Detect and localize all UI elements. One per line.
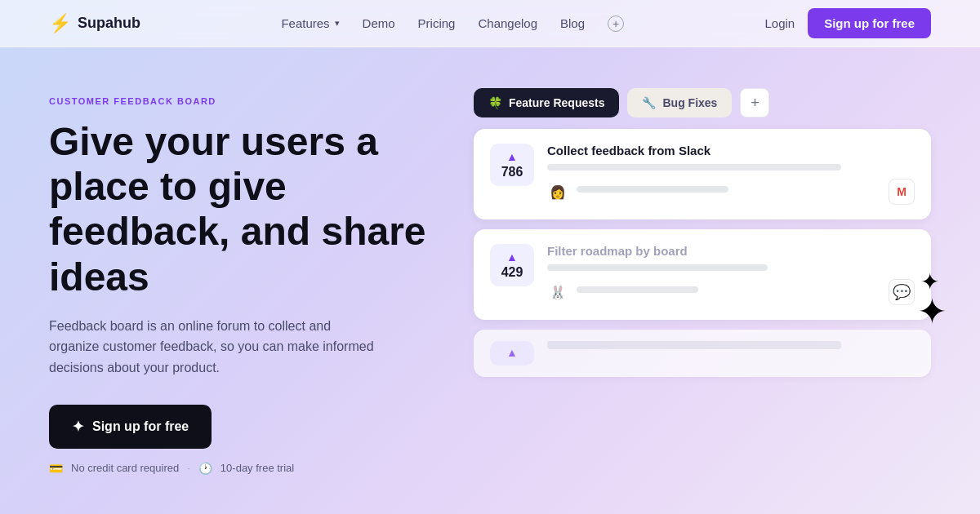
upvote-arrow-icon-3: ▲ — [506, 346, 518, 359]
hero-section: Customer Feedback Board Give your users … — [0, 47, 980, 499]
signup-hero-button[interactable]: ✦ Sign up for free — [49, 405, 212, 449]
skeleton-line — [547, 341, 841, 349]
card-content-3 — [547, 341, 915, 349]
vote-box-3[interactable]: ▲ — [490, 341, 534, 366]
free-trial-text: 10-day free trial — [220, 462, 294, 474]
chevron-down-icon: ▾ — [335, 18, 340, 29]
card-icon: 💳 — [49, 462, 63, 475]
footer-lines — [577, 186, 880, 197]
logo-icon: ⚡ — [49, 13, 71, 34]
hero-left: Customer Feedback Board Give your users … — [49, 88, 441, 475]
feedback-card-3: ▲ — [474, 330, 931, 377]
tab2-emoji: 🔧 — [642, 96, 656, 109]
hero-headline: Give your users a place to give feedback… — [49, 119, 441, 299]
tab1-emoji: 🍀 — [488, 96, 502, 109]
gmail-icon: M — [897, 185, 906, 198]
feedback-card-1: ▲ 786 Collect feedback from Slack 👩 — [474, 129, 931, 219]
footer-lines-2 — [577, 286, 880, 298]
skeleton-line — [577, 186, 728, 193]
nav-features[interactable]: Features ▾ — [281, 16, 339, 30]
card-title-2: Filter roadmap by board — [547, 244, 915, 258]
skeleton-line — [577, 286, 698, 293]
feedback-board: 🍀 Feature Requests 🔧 Bug Fixes + ▲ 786 — [474, 88, 931, 377]
sparkles-decoration: ✦ ✦ — [917, 271, 939, 330]
hero-perks: 💳 No credit card required · 🕐 10-day fre… — [49, 462, 441, 475]
tab-add-button[interactable]: + — [740, 88, 769, 117]
no-credit-card-text: No credit card required — [71, 462, 179, 474]
avatar-2: 🐰 — [547, 281, 568, 303]
discord-badge: 💬 — [889, 279, 915, 305]
signup-hero-label: Sign up for free — [92, 419, 189, 434]
clock-icon: 🕐 — [198, 462, 212, 475]
sparkle-small-icon: ✦ — [920, 271, 939, 294]
vote-count-1: 786 — [501, 165, 523, 179]
separator: · — [187, 462, 190, 474]
card-footer-2: 🐰 💬 — [547, 279, 915, 305]
discord-icon: 💬 — [893, 283, 911, 301]
logo[interactable]: ⚡ Supahub — [49, 13, 140, 34]
hero-right: 🍀 Feature Requests 🔧 Bug Fixes + ▲ 786 — [474, 88, 931, 387]
nav-blog[interactable]: Blog — [560, 16, 585, 30]
tab-feature-requests[interactable]: 🍀 Feature Requests — [474, 88, 619, 117]
tab2-label: Bug Fixes — [662, 96, 717, 109]
sparkle-icon: ✦ — [72, 418, 84, 436]
nav-demo[interactable]: Demo — [363, 16, 395, 30]
card-footer-1: 👩 M — [547, 179, 915, 205]
board-tabs: 🍀 Feature Requests 🔧 Bug Fixes + — [474, 88, 931, 117]
vote-count-2: 429 — [501, 265, 523, 280]
card-content-1: Collect feedback from Slack 👩 M — [547, 144, 915, 205]
tab-bug-fixes[interactable]: 🔧 Bug Fixes — [627, 88, 732, 117]
navbar: ⚡ Supahub Features ▾ Demo Pricing Change… — [0, 0, 980, 47]
avatar-1: 👩 — [547, 181, 568, 202]
sparkle-big-icon: ✦ — [917, 294, 947, 330]
gmail-badge: M — [889, 179, 915, 205]
nav-links: Features ▾ Demo Pricing Changelog Blog + — [281, 16, 624, 32]
hero-tag: Customer Feedback Board — [49, 96, 441, 106]
skeleton-line — [547, 164, 841, 171]
card-title-1: Collect feedback from Slack — [547, 144, 915, 157]
vote-box-2[interactable]: ▲ 429 — [490, 244, 534, 286]
nav-pricing[interactable]: Pricing — [418, 16, 456, 30]
tab1-label: Feature Requests — [509, 96, 604, 109]
plus-icon: + — [608, 16, 624, 32]
upvote-arrow-icon-2: ▲ — [506, 250, 518, 264]
logo-text: Supahub — [78, 15, 140, 32]
nav-right: Login Sign up for free — [764, 8, 931, 38]
vote-box-1[interactable]: ▲ 786 — [490, 144, 534, 186]
feedback-card-2: ▲ 429 Filter roadmap by board 🐰 💬 — [474, 229, 931, 320]
signup-nav-button[interactable]: Sign up for free — [808, 8, 931, 38]
nav-changelog[interactable]: Changelog — [478, 16, 537, 30]
upvote-arrow-icon: ▲ — [506, 150, 518, 163]
login-button[interactable]: Login — [764, 16, 795, 30]
card-content-2: Filter roadmap by board 🐰 💬 — [547, 244, 915, 305]
hero-subtext: Feedback board is an online forum to col… — [49, 316, 376, 379]
skeleton-line — [547, 264, 768, 271]
